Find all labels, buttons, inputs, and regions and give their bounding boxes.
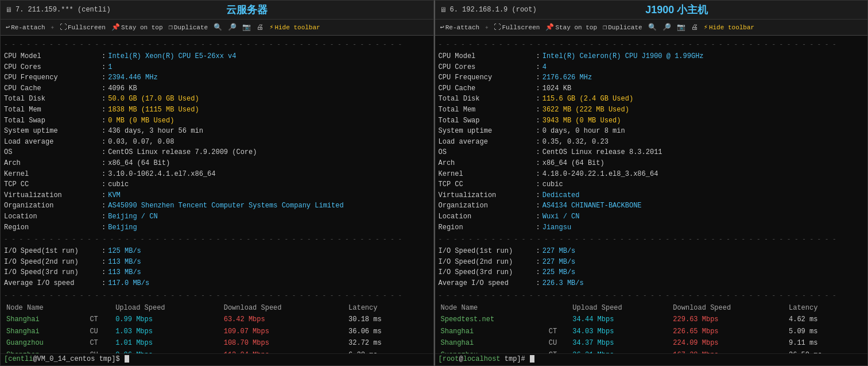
right-stayontop-label: Stay on top (555, 24, 597, 31)
list-item: Guangzhou CT 36.21 Mbps 167.38 Mbps 26.5… (439, 349, 865, 353)
right-print-icon: 🖨 (691, 23, 698, 32)
os-line: OS : CentOS Linux release 7.9.2009 (Core… (4, 147, 430, 158)
left-hide-toolbar-btn[interactable]: ⚡ Hide toolbar (268, 22, 321, 32)
r-os-label: OS (439, 147, 536, 158)
node-code: CT (87, 314, 113, 326)
left-mid-divider: - - - - - - - - - - - - - - - - - - - - … (4, 234, 430, 244)
io-run2-value: 113 MB/s (108, 257, 141, 268)
right-duplicate-btn[interactable]: ❐ Duplicate (601, 22, 644, 32)
r-total-swap-value: 3943 MB (0 MB Used) (542, 115, 621, 126)
node-code (547, 314, 571, 326)
cpu-freq-line: CPU Frequency : 2394.446 MHz (4, 72, 430, 83)
right-hide-toolbar-btn[interactable]: ⚡ Hide toolbar (702, 22, 756, 32)
left-zoom-out-btn[interactable]: 🔎 (226, 22, 238, 32)
left-prompt-user: [centli (4, 355, 33, 363)
col-code (87, 302, 113, 314)
left-content: - - - - - - - - - - - - - - - - - - - - … (1, 36, 433, 353)
left-print-btn[interactable]: 🖨 (255, 22, 265, 32)
right-speed-table: Node Name Upload Speed Download Speed La… (439, 302, 865, 353)
cpu-cache-value: 4096 KB (108, 83, 137, 94)
node-name: Shanghai (439, 337, 547, 349)
upload-speed: 34.44 Mbps (570, 314, 671, 326)
left-speed-tbody: Shanghai CT 0.99 Mbps 63.42 Mbps 30.18 m… (4, 314, 430, 353)
right-title-bar: 🖥 6. 192.168.1.9 (root) J1900 小主机 (435, 1, 868, 20)
col-upload: Upload Speed (113, 302, 222, 314)
latency: 36.06 ms (346, 326, 429, 338)
r-col-upload: Upload Speed (570, 302, 671, 314)
right-fullscreen-btn[interactable]: ⛶ Fullscreen (492, 22, 541, 32)
left-window-title: 云服务器 (111, 3, 383, 17)
node-code: CT (547, 326, 571, 338)
node-name: Guangzhou (439, 349, 547, 353)
cpu-model-line: CPU Model : Intel(R) Xeon(R) CPU E5-26xx… (4, 51, 430, 62)
r-col-download: Download Speed (671, 302, 786, 314)
right-prompt-host: localhost (463, 355, 501, 363)
right-zoom-out-icon: 🔎 (662, 23, 671, 32)
right-prompt: [root@localhost tmp]# (435, 353, 868, 365)
left-reattach-btn[interactable]: ↩ Re-attach (4, 22, 47, 32)
upload-speed: 1.03 Mbps (113, 326, 222, 338)
right-terminal-icon: 🖥 (440, 6, 447, 14)
right-hide-toolbar-label: Hide toolbar (709, 24, 754, 31)
upload-speed: 34.03 Mbps (570, 326, 671, 338)
r-col-latency: Latency (786, 302, 864, 314)
left-stayontop-btn[interactable]: 📌 Stay on top (110, 22, 165, 32)
right-stayontop-btn[interactable]: 📌 Stay on top (544, 22, 599, 32)
duplicate-icon: ❐ (169, 23, 173, 32)
region-label: Region (4, 222, 102, 233)
arch-line: Arch : x86_64 (64 Bit) (4, 158, 430, 169)
total-disk-value: 50.0 GB (17.0 GB Used) (108, 94, 199, 105)
r-cpu-cache-label: CPU Cache (439, 83, 536, 94)
right-zoom-out-btn[interactable]: 🔎 (661, 22, 673, 32)
right-top-divider: - - - - - - - - - - - - - - - - - - - - … (439, 40, 865, 49)
col-node: Node Name (4, 302, 87, 314)
right-fullscreen-label: Fullscreen (502, 24, 540, 31)
left-tab-label: 7. 211.159.*** (centli) (16, 6, 111, 14)
right-mid-divider: - - - - - - - - - - - - - - - - - - - - … (439, 234, 865, 244)
kernel-label: Kernel (4, 169, 102, 180)
io-run3-value: 113 MB/s (108, 267, 141, 278)
list-item: Guangzhou CT 1.01 Mbps 108.70 Mbps 32.72… (4, 337, 430, 349)
total-swap-line: Total Swap : 0 MB (0 MB Used) (4, 115, 430, 126)
left-duplicate-btn[interactable]: ❐ Duplicate (167, 22, 210, 32)
right-tab-label: 6. 192.168.1.9 (root) (450, 6, 537, 14)
download-speed: 112.04 Mbps (222, 349, 346, 353)
latency: 32.72 ms (346, 337, 429, 349)
r-org-label: Organization (439, 201, 536, 211)
r-cpu-model-line: CPU Model : Intel(R) Celeron(R) CPU J190… (439, 51, 865, 62)
right-speed-table-header: Node Name Upload Speed Download Speed La… (439, 302, 865, 314)
right-zoom-in-btn[interactable]: 🔍 (646, 22, 658, 32)
latency: 9.11 ms (786, 337, 864, 349)
left-zoom-in-btn[interactable]: 🔍 (212, 22, 224, 32)
left-screenshot-btn[interactable]: 📷 (241, 22, 253, 32)
right-print-btn[interactable]: 🖨 (689, 22, 700, 32)
io-run2-label: I/O Speed(2nd run) (4, 257, 102, 268)
left-bottom-divider: - - - - - - - - - - - - - - - - - - - - … (4, 291, 430, 300)
panels-container: 🖥 7. 211.159.*** (centli) 云服务器 ↩ Re-atta… (0, 0, 868, 366)
r-kernel-line: Kernel : 4.18.0-240.22.1.el8_3.x86_64 (439, 169, 865, 180)
left-fullscreen-btn[interactable]: ⛶ Fullscreen (58, 22, 107, 32)
latency: 5.09 ms (786, 326, 864, 338)
right-bottom-divider: - - - - - - - - - - - - - - - - - - - - … (439, 291, 865, 300)
panel-right: 🖥 6. 192.168.1.9 (root) J1900 小主机 ↩ Re-a… (434, 0, 869, 366)
r-kernel-value: 4.18.0-240.22.1.el8_3.x86_64 (542, 169, 658, 180)
total-swap-label: Total Swap (4, 115, 102, 126)
right-reattach-btn[interactable]: ↩ Re-attach (439, 22, 482, 32)
r-region-value: Jiangsu (542, 222, 571, 233)
region-line: Region : Beijing (4, 222, 430, 233)
r-cpu-freq-line: CPU Frequency : 2176.626 MHz (439, 72, 865, 83)
right-duplicate-icon: ❐ (603, 23, 607, 32)
right-screenshot-btn[interactable]: 📷 (675, 22, 687, 32)
list-item: Shanghai CT 0.99 Mbps 63.42 Mbps 30.18 m… (4, 314, 430, 326)
right-speed-tbody: Speedtest.net 34.44 Mbps 229.63 Mbps 4.6… (439, 314, 865, 353)
total-mem-value: 1838 MB (1115 MB Used) (108, 105, 199, 115)
download-speed: 63.42 Mbps (222, 314, 346, 326)
node-name: Shanghai (4, 326, 87, 338)
r-cpu-cache-value: 1024 KB (542, 83, 571, 94)
r-load-avg-value: 0.35, 0.32, 0.23 (542, 137, 609, 148)
fullscreen-icon: ⛶ (60, 23, 67, 32)
print-icon: 🖨 (257, 23, 264, 32)
left-terminal-icon: 🖥 (5, 6, 12, 14)
latency: 6.38 ms (346, 349, 429, 353)
io-run3-label: I/O Speed(3rd run) (4, 267, 102, 278)
